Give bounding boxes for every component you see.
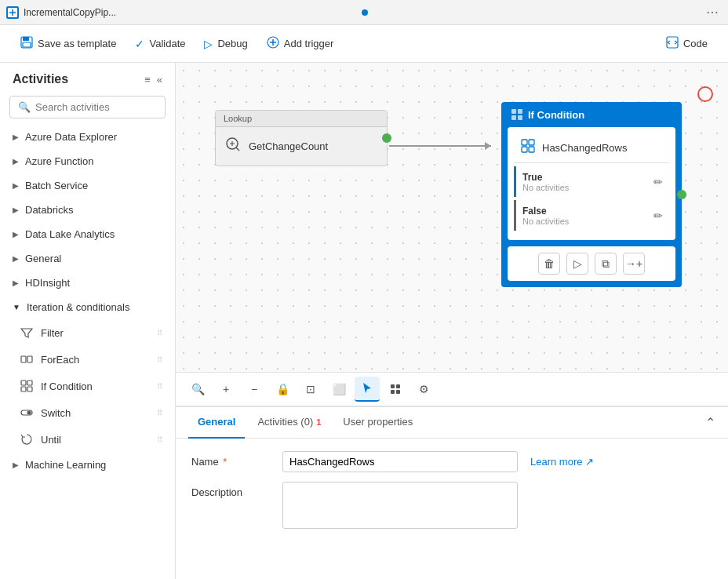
foreach-icon (19, 351, 35, 367)
lock-button[interactable]: 🔒 (270, 377, 295, 402)
sidebar-item-data-lake-analytics[interactable]: ▶ Data Lake Analytics (0, 222, 175, 246)
cursor-tool[interactable] (355, 377, 380, 402)
required-indicator: * (223, 456, 227, 468)
pipeline-canvas[interactable]: Lookup GetChangeCount (176, 63, 728, 372)
pan-icon (389, 383, 402, 395)
add-output-button[interactable]: →+ (623, 253, 645, 275)
category-label: Data Lake Analytics (25, 228, 115, 240)
debug-button[interactable]: ▷ Debug (196, 33, 255, 55)
fit-to-screen-button[interactable]: ⊡ (298, 377, 323, 402)
activities-sidebar: Activities ≡ « 🔍 ▶ Azure Data Explorer ▶ (0, 63, 176, 579)
tab-general[interactable]: General (188, 407, 245, 439)
save-template-label: Save as template (38, 38, 116, 49)
add-node-button[interactable]: + (213, 377, 238, 402)
general-form: Name * Learn more ↗ Description (191, 451, 712, 566)
node-type-label: Lookup (216, 111, 387, 127)
activity-item-filter[interactable]: Filter ⠿ (0, 319, 175, 346)
pan-tool[interactable] (383, 377, 408, 402)
activity-item-if-condition[interactable]: If Condition ⠿ (0, 373, 175, 399)
copy-node-button[interactable]: ⧉ (595, 253, 617, 275)
false-branch-edit-icon[interactable]: ✏ (653, 209, 663, 222)
pipeline-connector (389, 145, 491, 147)
category-label: Batch Service (25, 180, 88, 191)
save-template-button[interactable]: Save as template (13, 31, 124, 56)
collapse-panel-icon[interactable]: ⌃ (705, 415, 715, 430)
search-container: 🔍 (9, 96, 166, 118)
search-canvas-button[interactable]: 🔍 (185, 377, 210, 402)
run-node-button[interactable]: ▷ (566, 253, 588, 275)
sidebar-item-hdinsight[interactable]: ▶ HDInsight (0, 271, 175, 295)
true-branch-sublabel: No activities (522, 183, 653, 192)
chevron-right-icon: ▶ (13, 157, 19, 166)
properties-tabs: General Activities (0) 1 User properties… (176, 407, 728, 439)
chevron-right-icon: ▶ (13, 181, 19, 190)
validate-button[interactable]: ✓ Validate (127, 33, 193, 55)
sidebar-item-machine-learning[interactable]: ▶ Machine Learning (0, 453, 175, 477)
drag-handle-icon: ⠿ (157, 435, 162, 444)
true-branch-label: True (522, 172, 542, 183)
learn-more-link[interactable]: Learn more ↗ (530, 451, 594, 468)
lookup-node-icon (224, 135, 242, 158)
activity-label: Filter (41, 327, 151, 339)
true-branch-edit-icon[interactable]: ✏ (653, 176, 663, 188)
more-options-icon[interactable]: ⋯ (703, 5, 722, 20)
sidebar-item-batch-service[interactable]: ▶ Batch Service (0, 173, 175, 198)
svg-rect-26 (396, 390, 400, 394)
main-toolbar: Save as template ✓ Validate ▷ Debug Add … (0, 25, 728, 63)
properties-panel: General Activities (0) 1 User properties… (176, 406, 728, 579)
sidebar-title: Activities (13, 72, 68, 86)
sidebar-item-general[interactable]: ▶ General (0, 246, 175, 271)
settings-tool[interactable]: ⚙ (411, 377, 436, 402)
svg-rect-20 (529, 140, 534, 145)
description-row: Description (191, 482, 712, 529)
name-input[interactable] (282, 451, 518, 472)
drag-handle-icon: ⠿ (157, 409, 162, 417)
false-branch[interactable]: False No activities ✏ (514, 200, 669, 231)
if-condition-header-icon (511, 108, 523, 121)
debug-icon: ▷ (204, 38, 213, 50)
condition-name: HasChangedRows (542, 142, 627, 154)
svg-rect-8 (21, 381, 26, 385)
if-node-footer: 🗑 ▷ ⧉ →+ (508, 246, 675, 281)
until-icon (19, 432, 35, 447)
delete-node-button[interactable]: 🗑 (538, 253, 560, 275)
svg-rect-18 (518, 115, 522, 120)
search-input[interactable] (35, 101, 157, 113)
svg-rect-24 (396, 384, 400, 388)
lookup-node[interactable]: Lookup GetChangeCount (215, 110, 388, 166)
description-input[interactable] (282, 482, 518, 529)
activity-label: ForEach (41, 354, 151, 366)
if-condition-node[interactable]: If Condition HasChangedRows True (501, 102, 682, 287)
cursor-icon (361, 382, 373, 395)
tab-activities[interactable]: Activities (0) 1 (248, 407, 330, 439)
remove-node-button[interactable]: − (242, 377, 267, 402)
svg-rect-10 (21, 387, 26, 391)
svg-rect-19 (522, 140, 527, 145)
lookup-node-name: GetChangeCount (249, 140, 328, 152)
svg-rect-7 (27, 356, 32, 362)
sidebar-item-azure-data-explorer[interactable]: ▶ Azure Data Explorer (0, 125, 175, 149)
activity-item-foreach[interactable]: ForEach ⠿ (0, 346, 175, 373)
svg-rect-21 (522, 147, 527, 152)
true-branch[interactable]: True No activities ✏ (514, 166, 669, 197)
add-trigger-label: Add trigger (284, 38, 334, 49)
svg-rect-25 (391, 390, 395, 394)
activity-item-switch[interactable]: Switch ⠿ (0, 399, 175, 426)
properties-body: Name * Learn more ↗ Description (176, 439, 728, 579)
tab-user-properties[interactable]: User properties (333, 407, 422, 439)
if-condition-content: HasChangedRows True No activities ✏ Fals… (508, 127, 675, 240)
svg-rect-22 (529, 147, 534, 152)
collapse-icon[interactable]: ≡ (144, 74, 151, 86)
learn-more-label: Learn more (530, 456, 582, 468)
titlebar: IncrementalCopyPip... ⋯ (0, 0, 728, 25)
fit-width-button[interactable]: ⬜ (326, 377, 351, 402)
code-button[interactable]: Code (658, 31, 715, 56)
node-indicator (697, 86, 713, 102)
sidebar-collapse-icon[interactable]: « (157, 74, 162, 86)
activity-item-until[interactable]: Until ⠿ (0, 426, 175, 453)
chevron-down-icon: ▼ (13, 303, 20, 311)
sidebar-item-iteration-conditionals[interactable]: ▼ Iteration & conditionals (0, 295, 175, 319)
sidebar-item-databricks[interactable]: ▶ Databricks (0, 198, 175, 222)
add-trigger-button[interactable]: Add trigger (259, 31, 342, 56)
sidebar-item-azure-function[interactable]: ▶ Azure Function (0, 149, 175, 173)
